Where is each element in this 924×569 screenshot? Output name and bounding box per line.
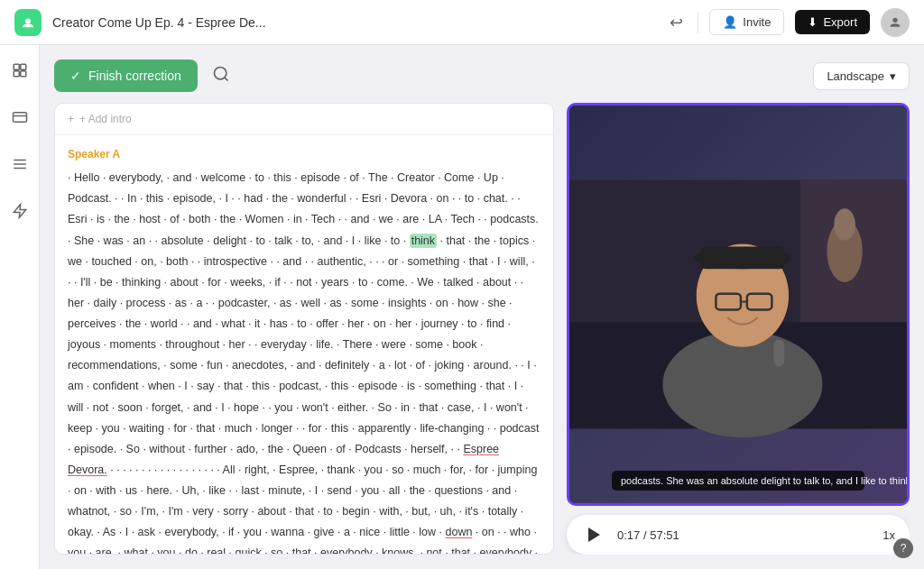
svg-rect-2 <box>14 64 19 69</box>
invite-icon: 👤 <box>723 15 737 29</box>
underlined-espree: Espree Devora. <box>68 443 499 476</box>
undo-button[interactable]: ↩ <box>666 9 687 36</box>
invite-label: Invite <box>743 15 771 29</box>
chevron-down-icon: ▾ <box>890 69 896 83</box>
sidebar-icon-layers[interactable] <box>5 56 34 85</box>
add-intro-label: + Add intro <box>79 113 132 125</box>
highlighted-word: think <box>410 234 437 248</box>
invite-button[interactable]: 👤 Invite <box>709 9 784 35</box>
video-panel: podcasts. She was an absolute delight to… <box>567 103 910 555</box>
topbar-actions: ↩ 👤 Invite ⬇ Export <box>666 8 910 37</box>
speed-badge[interactable]: 1x <box>882 528 895 542</box>
plus-icon: + <box>68 113 74 125</box>
time-display: 0:17 / 57:51 <box>617 528 679 542</box>
speaker-a-label: Speaker A <box>68 144 541 164</box>
main-area: ✓ Finish correction Landscape ▾ + + Add … <box>0 45 924 569</box>
transcript-body[interactable]: Speaker A · Hello · everybody, · and · w… <box>55 135 553 554</box>
svg-point-0 <box>25 18 31 23</box>
svg-rect-3 <box>20 64 25 69</box>
content-area: ✓ Finish correction Landscape ▾ + + Add … <box>40 45 924 569</box>
video-caption: podcasts. She was an absolute delight to… <box>612 471 864 491</box>
caption-text: podcasts. She was an absolute delight to… <box>621 475 910 486</box>
user-avatar[interactable] <box>881 8 910 37</box>
app-logo <box>14 9 42 36</box>
add-intro-header[interactable]: + + Add intro <box>55 104 553 135</box>
two-col-layout: + + Add intro Speaker A · Hello · everyb… <box>54 103 910 555</box>
svg-point-1 <box>892 17 897 22</box>
time-total: 57:51 <box>650 528 679 542</box>
sidebar-icon-list[interactable] <box>5 150 34 179</box>
sidebar-icon-bolt[interactable] <box>5 197 34 225</box>
svg-line-13 <box>225 77 228 80</box>
play-button[interactable] <box>581 522 606 547</box>
export-label: Export <box>823 15 857 29</box>
svg-rect-6 <box>13 113 26 123</box>
video-placeholder: podcasts. She was an absolute delight to… <box>569 106 907 503</box>
finish-correction-label: Finish correction <box>88 69 181 83</box>
underlined-down: down <box>445 526 472 538</box>
help-button[interactable]: ? <box>893 538 913 558</box>
svg-point-26 <box>834 208 855 240</box>
video-playbar: 0:17 / 57:51 1x <box>567 515 910 555</box>
checkmark-icon: ✓ <box>70 69 81 83</box>
project-title: Creator Come Up Ep. 4 - Espree De... <box>52 15 655 30</box>
transcript-panel: + + Add intro Speaker A · Hello · everyb… <box>54 103 554 555</box>
svg-marker-11 <box>14 205 26 218</box>
topbar: Creator Come Up Ep. 4 - Espree De... ↩ 👤… <box>0 0 924 45</box>
svg-rect-20 <box>701 247 785 270</box>
svg-rect-4 <box>14 71 19 77</box>
toolbar-row: ✓ Finish correction Landscape ▾ <box>54 60 910 92</box>
export-button[interactable]: ⬇ Export <box>795 10 870 34</box>
finish-correction-button[interactable]: ✓ Finish correction <box>54 60 198 92</box>
sidebar-icon-cards[interactable] <box>5 103 34 132</box>
export-icon: ⬇ <box>808 15 818 29</box>
svg-rect-5 <box>20 71 25 77</box>
svg-point-12 <box>214 67 226 78</box>
svg-rect-24 <box>773 340 784 367</box>
transcript-text-a: · Hello · everybody, · and · welcome · t… <box>68 168 541 554</box>
video-container: podcasts. She was an absolute delight to… <box>567 103 910 506</box>
search-button[interactable] <box>212 65 230 87</box>
left-sidebar <box>0 45 40 569</box>
landscape-button[interactable]: Landscape ▾ <box>813 62 910 90</box>
landscape-label: Landscape <box>827 69 884 83</box>
divider <box>698 12 698 33</box>
time-current: 0:17 <box>617 528 640 542</box>
play-icon <box>588 528 600 542</box>
